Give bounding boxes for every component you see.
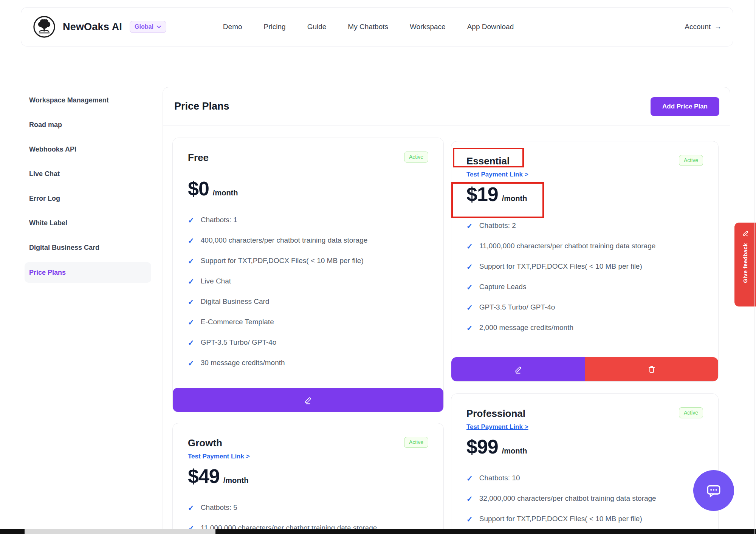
check-icon: ✓ (188, 359, 194, 368)
feature-item: ✓2,000 message credits/month (466, 323, 703, 334)
plan-period: /month (502, 447, 527, 455)
feature-item: ✓Digital Business Card (188, 297, 428, 308)
bottom-bar-segment (215, 529, 756, 534)
page-title: Price Plans (174, 101, 229, 112)
sidebar-item-price-plans[interactable]: Price Plans (25, 262, 151, 283)
plan-name: Professional (466, 407, 525, 420)
check-icon: ✓ (466, 221, 473, 231)
check-icon: ✓ (466, 515, 473, 524)
delete-plan-button[interactable] (585, 357, 718, 381)
region-label: Global (135, 23, 153, 30)
sidebar-item-white-label[interactable]: White Label (25, 211, 151, 235)
plan-name: Essential (466, 155, 510, 168)
region-selector[interactable]: Global (130, 21, 166, 33)
feature-item: ✓Support for TXT,PDF,DOCX Files( < 10 MB… (188, 257, 428, 267)
give-feedback-tab[interactable]: Give feedback (734, 223, 756, 306)
sidebar-item-live-chat[interactable]: Live Chat (25, 162, 151, 186)
feature-item: ✓11,000,000 characters/per chatbot train… (466, 242, 703, 252)
bottom-bar-segment (25, 529, 215, 534)
status-badge: Active (404, 152, 428, 163)
plan-name: Free (188, 152, 209, 164)
plan-name: Growth (188, 437, 222, 450)
brand-name: NewOaks AI (63, 21, 122, 33)
check-icon: ✓ (466, 474, 473, 483)
top-navigation-bar: NewOaks AI Global Demo Pricing Guide My … (21, 7, 733, 46)
pencil-icon (513, 364, 523, 374)
feature-item: ✓400,000 characters/per chatbot training… (188, 236, 428, 247)
plan-card-professional: Professional Active Test Payment Link > … (451, 393, 719, 534)
plan-period: /month (223, 476, 249, 485)
test-payment-link[interactable]: Test Payment Link > (466, 171, 528, 178)
feature-item: ✓Capture Leads (466, 283, 703, 293)
account-menu[interactable]: Account → (685, 23, 722, 31)
nav-item-my-chatbots[interactable]: My Chatbots (348, 23, 388, 31)
feature-list: ✓Chatbots: 1 ✓400,000 characters/per cha… (188, 216, 428, 369)
chat-widget-button[interactable] (693, 470, 734, 511)
check-icon: ✓ (466, 303, 473, 312)
feature-item: ✓32,000,000 characters/per chatbot train… (466, 494, 703, 505)
plan-price: $0 (188, 177, 209, 200)
check-icon: ✓ (188, 216, 194, 225)
status-badge: Active (679, 155, 703, 166)
feature-item: ✓Chatbots: 2 (466, 221, 703, 232)
test-payment-link[interactable]: Test Payment Link > (466, 423, 528, 431)
sidebar-item-digital-business-card[interactable]: Digital Business Card (25, 235, 151, 260)
check-icon: ✓ (188, 236, 194, 245)
feature-item: ✓Chatbots: 1 (188, 216, 428, 226)
edit-plan-button[interactable] (173, 388, 443, 412)
sidebar-item-road-map[interactable]: Road map (25, 113, 151, 137)
feature-list: ✓Chatbots: 10 ✓32,000,000 characters/per… (466, 474, 703, 525)
check-icon: ✓ (466, 494, 473, 503)
test-payment-link[interactable]: Test Payment Link > (188, 453, 250, 460)
plan-card-growth: Growth Active Test Payment Link > $49 /m… (172, 423, 444, 534)
check-icon: ✓ (188, 297, 194, 306)
feature-item: ✓Chatbots: 5 (188, 503, 428, 514)
sidebar-item-workspace-management[interactable]: Workspace Management (25, 88, 151, 113)
newoaks-logo-icon (33, 15, 56, 39)
feature-item: ✓E-Commerce Template (188, 318, 428, 328)
plan-period: /month (213, 189, 238, 197)
check-icon: ✓ (466, 283, 473, 292)
panel-header: Price Plans Add Price Plan (163, 87, 730, 126)
nav-item-app-download[interactable]: App Download (467, 23, 514, 31)
feature-item: ✓GPT-3.5 Turbo/ GPT-4o (466, 303, 703, 314)
nav-item-pricing[interactable]: Pricing (264, 23, 286, 31)
status-badge: Active (404, 437, 428, 448)
plan-price: $19 (466, 183, 498, 206)
feature-item: ✓GPT-3.5 Turbo/ GPT-4o (188, 338, 428, 349)
pencil-icon (741, 229, 750, 238)
feature-list: ✓Chatbots: 2 ✓11,000,000 characters/per … (466, 221, 703, 334)
price-plans-panel: Price Plans Add Price Plan Free Active $… (163, 87, 730, 534)
scrollbar-track[interactable] (754, 0, 754, 534)
main-nav: Demo Pricing Guide My Chatbots Workspace… (223, 23, 514, 31)
sidebar-item-error-log[interactable]: Error Log (25, 186, 151, 211)
plan-action-bar (451, 357, 718, 381)
check-icon: ✓ (188, 257, 194, 266)
plan-card-essential: Essential Active Test Payment Link > $19… (451, 141, 719, 382)
status-badge: Active (679, 407, 703, 418)
account-label: Account (685, 23, 711, 31)
plan-price: $99 (466, 435, 498, 458)
give-feedback-label: Give feedback (742, 243, 748, 283)
add-price-plan-button[interactable]: Add Price Plan (651, 97, 719, 116)
bottom-bar-segment (0, 529, 25, 534)
edit-plan-button[interactable] (451, 357, 585, 381)
check-icon: ✓ (188, 503, 194, 512)
feature-item: ✓Support for TXT,PDF,DOCX Files( < 10 MB… (466, 262, 703, 273)
nav-item-guide[interactable]: Guide (307, 23, 327, 31)
pencil-icon (303, 395, 313, 405)
chevron-down-icon (156, 25, 161, 29)
check-icon: ✓ (466, 323, 473, 333)
nav-item-workspace[interactable]: Workspace (410, 23, 446, 31)
chat-bubble-icon (703, 480, 724, 501)
check-icon: ✓ (466, 262, 473, 271)
check-icon: ✓ (188, 277, 194, 286)
check-icon: ✓ (188, 338, 194, 347)
arrow-right-icon: → (714, 23, 722, 31)
feature-item: ✓30 message credits/month (188, 359, 428, 369)
check-icon: ✓ (466, 242, 473, 251)
nav-item-demo[interactable]: Demo (223, 23, 242, 31)
feature-item: ✓Chatbots: 10 (466, 474, 703, 484)
settings-sidebar: Workspace Management Road map Webhooks A… (25, 88, 151, 283)
sidebar-item-webhooks-api[interactable]: Webhooks API (25, 137, 151, 162)
